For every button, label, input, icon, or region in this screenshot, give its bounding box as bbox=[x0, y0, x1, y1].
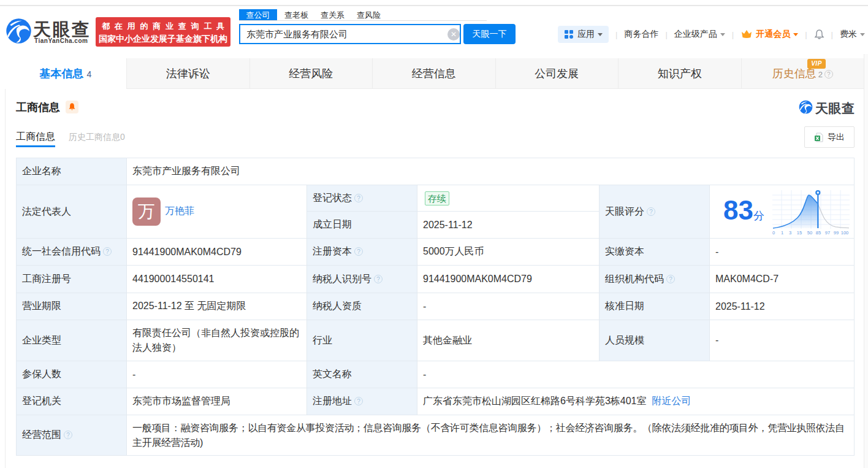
svg-text:97: 97 bbox=[825, 230, 830, 235]
svg-text:3: 3 bbox=[789, 230, 791, 235]
svg-text:100: 100 bbox=[841, 230, 849, 235]
svg-text:0: 0 bbox=[772, 230, 775, 235]
svg-text:50: 50 bbox=[807, 230, 812, 235]
svg-text:99: 99 bbox=[834, 230, 839, 235]
svg-text:85: 85 bbox=[816, 230, 821, 235]
svg-text:1: 1 bbox=[781, 230, 783, 235]
svg-text:15: 15 bbox=[797, 230, 802, 235]
